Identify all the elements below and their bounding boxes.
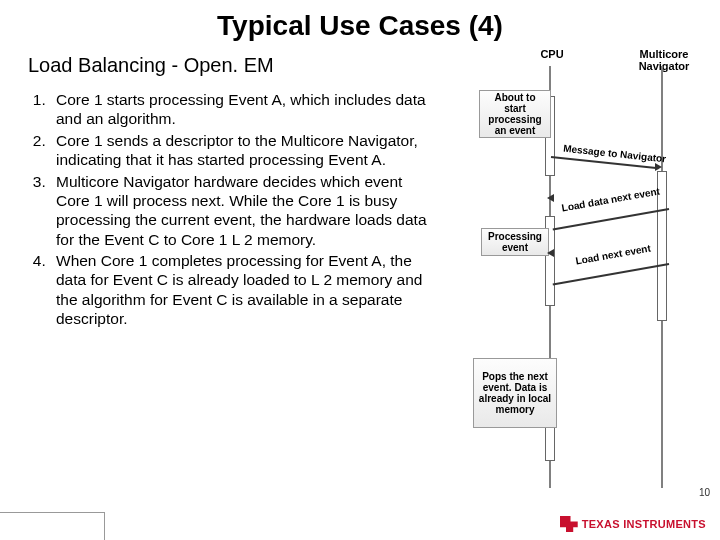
message-label: Message to Navigator (563, 143, 667, 165)
state-box-start: About to start processing an event (479, 90, 551, 138)
page-number: 10 (699, 487, 710, 498)
list-item: Multicore Navigator hardware decides whi… (50, 172, 428, 250)
lifeline-header-navigator: Multicore Navigator (633, 48, 695, 72)
state-box-processing: Processing event (481, 228, 549, 256)
content-list: Core 1 starts processing Event A, which … (28, 90, 428, 331)
slide-subtitle: Load Balancing - Open. EM (28, 54, 274, 77)
arrow-head-icon (655, 163, 662, 171)
slide-title: Typical Use Cases (4) (0, 0, 720, 42)
ti-mark-icon (560, 516, 578, 532)
list-item: Core 1 sends a descriptor to the Multico… (50, 131, 428, 170)
ti-logo-text: TEXAS INSTRUMENTS (582, 518, 706, 530)
arrow-head-icon (547, 249, 554, 257)
slide: Typical Use Cases (4) Load Balancing - O… (0, 0, 720, 540)
message-label: Load next event (575, 242, 652, 266)
list-item: When Core 1 completes processing for Eve… (50, 251, 428, 329)
message-arrow (553, 263, 670, 285)
list-item: Core 1 starts processing Event A, which … (50, 90, 428, 129)
lifeline-navigator (661, 66, 663, 488)
message-label: Load data next event (561, 185, 661, 213)
ti-logo: TEXAS INSTRUMENTS (560, 516, 706, 532)
lifeline-header-cpu: CPU (527, 48, 577, 60)
sequence-diagram: CPU Multicore Navigator About to start p… (455, 48, 700, 488)
bottom-bar (0, 512, 105, 540)
arrow-head-icon (547, 194, 554, 202)
state-box-pop: Pops the next event. Data is already in … (473, 358, 557, 428)
